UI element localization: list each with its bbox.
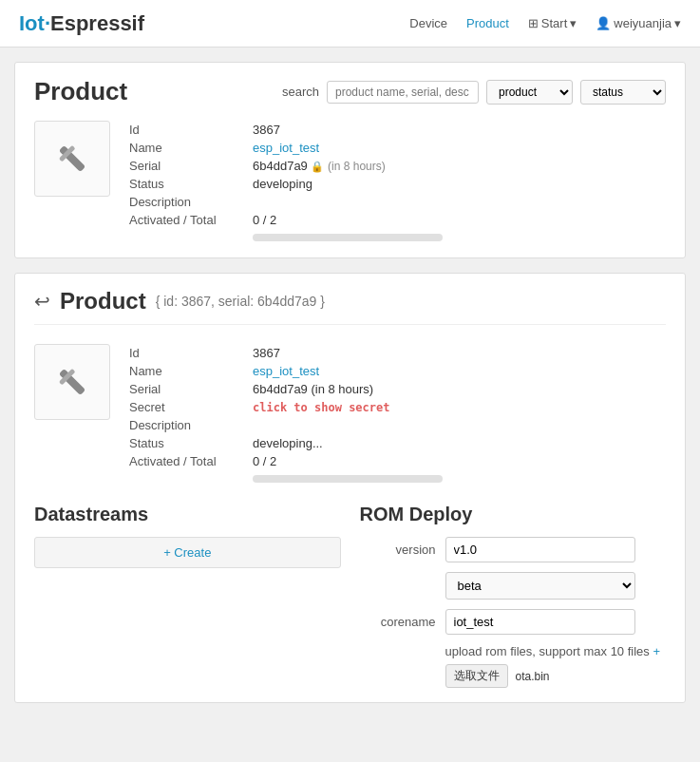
d-progress-cell [253, 470, 450, 485]
nav-device[interactable]: Device [409, 16, 447, 30]
corename-input[interactable] [445, 609, 635, 635]
file-name-text: ota.bin [516, 670, 550, 683]
detail-product-details: Id 3867 Name esp_iot_test Serial 6b4dd7a… [129, 344, 666, 485]
name-link[interactable]: esp_iot_test [253, 141, 319, 155]
d-status-label: Status [129, 434, 253, 452]
detail-detail-table: Id 3867 Name esp_iot_test Serial 6b4dd7a… [129, 344, 450, 485]
detail-title: Product [60, 288, 146, 314]
version-row: version [360, 537, 667, 562]
product-icon-box [34, 121, 110, 197]
page-title: Product [34, 77, 127, 106]
rom-form: version beta corename [360, 537, 667, 688]
search-row: search product status [282, 80, 666, 105]
logo: Iot·Espressif [19, 11, 144, 36]
serial-text: 6b4dd7a9 [253, 159, 308, 173]
user-chevron-icon: ▾ [674, 16, 681, 30]
d-activated-value: 0 / 2 [253, 452, 450, 470]
d-status-value: developing... [253, 434, 450, 452]
search-label: search [282, 85, 319, 99]
product-details: Id 3867 Name esp_iot_test Serial 6b4dd7a… [129, 121, 666, 243]
upload-section: upload rom files, support max 10 files +… [360, 644, 667, 688]
show-secret-link[interactable]: click to show secret [253, 401, 390, 414]
status-value: developing [253, 175, 450, 193]
d-id-value: 3867 [253, 344, 450, 362]
product-row: Id 3867 Name esp_iot_test Serial 6b4dd7a… [34, 121, 666, 243]
nav-start-label: Start [541, 16, 567, 30]
desc-value [253, 193, 450, 211]
version-input[interactable] [445, 537, 635, 562]
status-select[interactable]: status [580, 80, 666, 105]
create-btn-row: + Create [34, 537, 341, 568]
channel-select[interactable]: beta [445, 572, 635, 600]
d-serial-value: 6b4dd7a9 (in 8 hours) [253, 380, 450, 398]
file-choose-button[interactable]: 选取文件 [445, 664, 508, 688]
create-datastream-button[interactable]: + Create [163, 545, 211, 560]
d-name-label: Name [129, 362, 253, 380]
back-icon[interactable]: ↩ [34, 290, 50, 313]
d-progress-label [129, 470, 253, 485]
desc-label: Description [129, 193, 253, 211]
product-select[interactable]: product [486, 80, 573, 105]
d-desc-value [253, 416, 450, 434]
page-title-row: Product search product status [34, 77, 666, 106]
d-activated-label: Activated / Total [129, 452, 253, 470]
rom-deploy-title: ROM Deploy [360, 504, 667, 525]
upload-plus-icon: + [653, 644, 660, 658]
nav-user[interactable]: 👤 weiyuanjia ▾ [596, 16, 681, 30]
d-progress-bar-bg [253, 475, 443, 483]
corename-label: corename [360, 615, 436, 629]
progress-bar-bg [253, 234, 443, 241]
detail-section-header: ↩ Product { id: 3867, serial: 6b4dd7a9 } [34, 288, 666, 325]
two-col-section: Datastreams + Create ROM Deploy version [34, 504, 666, 688]
detail-product-icon-box [34, 344, 110, 420]
version-label: version [360, 543, 436, 557]
nav-start[interactable]: ⊞ Start ▾ [528, 16, 577, 30]
chevron-down-icon: ▾ [570, 16, 577, 30]
d-id-label: Id [129, 344, 253, 362]
channel-row: beta [360, 572, 667, 600]
nav-username: weiyuanjia [614, 16, 672, 30]
product-detail-card: ↩ Product { id: 3867, serial: 6b4dd7a9 }… [14, 273, 686, 703]
id-value: 3867 [253, 121, 450, 139]
file-row: 选取文件 ota.bin [445, 664, 667, 688]
product-list-card: Product search product status [14, 62, 686, 258]
datastreams-title: Datastreams [34, 504, 341, 525]
user-icon: 👤 [596, 16, 611, 30]
d-desc-label: Description [129, 416, 253, 434]
detail-table: Id 3867 Name esp_iot_test Serial 6b4dd7a… [129, 121, 450, 243]
serial-label: Serial [129, 157, 253, 175]
detail-product-row: Id 3867 Name esp_iot_test Serial 6b4dd7a… [34, 344, 666, 485]
name-label: Name [129, 139, 253, 157]
header: Iot·Espressif Device Product ⊞ Start ▾ 👤… [0, 0, 700, 48]
grid-icon: ⊞ [528, 16, 539, 30]
status-label: Status [129, 175, 253, 193]
detail-subtitle: { id: 3867, serial: 6b4dd7a9 } [156, 294, 325, 309]
nav-product[interactable]: Product [466, 16, 509, 30]
serial-value: 6b4dd7a9 🔒 (in 8 hours) [253, 157, 450, 175]
detail-product-icon [53, 363, 91, 401]
serial-hint: (in 8 hours) [328, 160, 386, 173]
nav-links: Device Product ⊞ Start ▾ 👤 weiyuanjia ▾ [409, 16, 681, 30]
datastreams-col: Datastreams + Create [34, 504, 341, 688]
create-label: Create [174, 545, 211, 560]
corename-row: corename [360, 609, 667, 635]
d-serial-label: Serial [129, 380, 253, 398]
lock-icon: 🔒 [311, 161, 324, 172]
progress-cell [253, 229, 450, 243]
search-input[interactable] [327, 81, 479, 104]
logo-esp: Espressif [50, 11, 144, 35]
d-name-link[interactable]: esp_iot_test [253, 364, 319, 378]
upload-text: upload rom files, support max 10 files + [445, 644, 667, 658]
id-label: Id [129, 121, 253, 139]
product-icon-img [53, 140, 91, 178]
rom-deploy-col: ROM Deploy version beta corename [360, 504, 667, 688]
main-content: Product search product status [0, 48, 700, 732]
activated-value: 0 / 2 [253, 211, 450, 229]
create-plus-icon: + [163, 545, 171, 560]
d-secret-label: Secret [129, 398, 253, 416]
progress-label [129, 229, 253, 243]
logo-iot: Iot· [19, 11, 50, 35]
activated-label: Activated / Total [129, 211, 253, 229]
